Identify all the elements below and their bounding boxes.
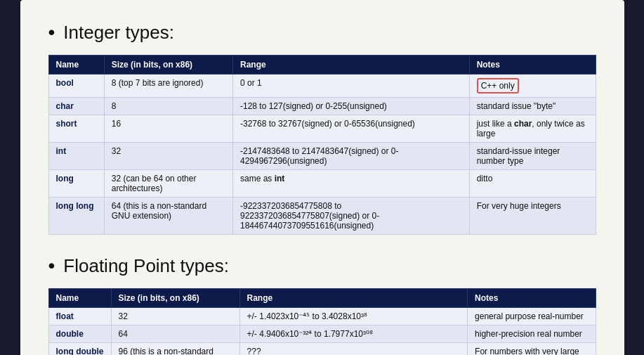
int-header-range: Range (233, 56, 470, 75)
int-cell-name: long (48, 170, 104, 198)
int-cell-name: bool (48, 75, 104, 98)
int-header-size: Size (in bits, on x86) (104, 56, 232, 75)
integer-types-table: Name Size (in bits, on x86) Range Notes … (48, 55, 596, 235)
float-cell-notes: higher-precision real number (468, 325, 596, 343)
table-row: double64+/- 4.9406x10⁻³²⁴ to 1.7977x10³⁰… (48, 325, 596, 343)
int-cell-size: 8 (104, 98, 232, 115)
float-cell-name: double (48, 325, 111, 343)
table-row: long long64 (this is a non-standard GNU … (48, 198, 596, 235)
int-cell-range: -32768 to 32767(signed) or 0-65536(unsig… (233, 115, 470, 143)
float-header-name: Name (48, 289, 111, 308)
int-cell-range: -2147483648 to 2147483647(signed) or 0-4… (233, 143, 470, 170)
int-cell-notes: C++ only (469, 75, 596, 98)
int-cell-name: long long (48, 198, 104, 235)
int-cell-range: -9223372036854775808 to 9223372036854775… (233, 198, 470, 235)
float-cell-name: float (48, 308, 111, 325)
int-cell-size: 32 (can be 64 on other architectures) (104, 170, 232, 198)
bullet2: • (48, 254, 55, 277)
table-row: bool8 (top 7 bits are ignored)0 or 1C++ … (48, 75, 596, 98)
float-cell-name: long double (48, 343, 111, 356)
float-header-notes: Notes (468, 289, 596, 308)
table-row: long32 (can be 64 on other architectures… (48, 170, 596, 198)
section2-title: • Floating Point types: (48, 254, 596, 277)
float-cell-size: 64 (111, 325, 239, 343)
int-cell-notes: just like a char, only twice as large (469, 115, 596, 143)
float-cell-notes: For numbers with very large ranges and h… (468, 343, 596, 356)
int-cell-name: short (48, 115, 104, 143)
table-row: short16-32768 to 32767(signed) or 0-6553… (48, 115, 596, 143)
int-cell-notes: ditto (469, 170, 596, 198)
float-cell-size: 32 (111, 308, 239, 325)
table-row: float32+/- 1.4023x10⁻⁴⁵ to 3.4028x10³⁸ge… (48, 308, 596, 325)
int-cell-notes: standard-issue integer number type (469, 143, 596, 170)
int-cell-range: -128 to 127(signed) or 0-255(unsigned) (233, 98, 470, 115)
int-cell-size: 64 (this is a non-standard GNU extension… (104, 198, 232, 235)
int-cell-notes: standard issue "byte" (469, 98, 596, 115)
int-header-name: Name (48, 56, 104, 75)
int-cell-size: 8 (top 7 bits are ignored) (104, 75, 232, 98)
table-row: char8-128 to 127(signed) or 0-255(unsign… (48, 98, 596, 115)
float-cell-range: +/- 1.4023x10⁻⁴⁵ to 3.4028x10³⁸ (239, 308, 468, 325)
bullet1: • (48, 21, 55, 44)
float-header-range: Range (239, 289, 468, 308)
int-cell-size: 16 (104, 115, 232, 143)
table-row: long double96 (this is a non-standard GN… (48, 343, 596, 356)
int-cell-range: same as int (233, 170, 470, 198)
int-cell-size: 32 (104, 143, 232, 170)
float-cell-range: ??? (239, 343, 468, 356)
int-cell-range: 0 or 1 (233, 75, 470, 98)
section1-title: • Integer types: (48, 21, 596, 44)
int-header-notes: Notes (469, 56, 596, 75)
float-cell-range: +/- 4.9406x10⁻³²⁴ to 1.7977x10³⁰⁸ (239, 325, 468, 343)
slide: • Integer types: Name Size (in bits, on … (20, 0, 624, 355)
float-types-table: Name Size (in bits, on x86) Range Notes … (48, 288, 596, 355)
float-cell-notes: general purpose real-number (468, 308, 596, 325)
int-cell-notes: For very huge integers (469, 198, 596, 235)
table-row: int32-2147483648 to 2147483647(signed) o… (48, 143, 596, 170)
float-cell-size: 96 (this is a non-standard GNU extention… (111, 343, 239, 356)
float-header-size: Size (in bits, on x86) (111, 289, 239, 308)
int-cell-name: char (48, 98, 104, 115)
int-cell-name: int (48, 143, 104, 170)
